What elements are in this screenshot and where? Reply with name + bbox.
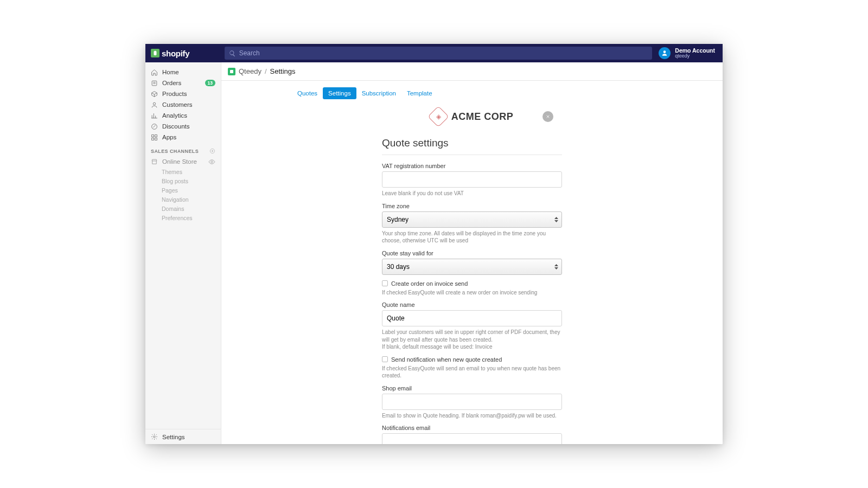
vat-input[interactable]	[382, 171, 562, 188]
nav-navigation[interactable]: Navigation	[145, 195, 221, 204]
valid-value: 30 days	[387, 263, 410, 271]
nav-themes[interactable]: Themes	[145, 167, 221, 176]
valid-select[interactable]: 30 days	[382, 259, 562, 275]
select-arrows-icon	[554, 264, 558, 269]
form-title: Quote settings	[382, 137, 562, 149]
tab-template[interactable]: Template	[401, 87, 438, 99]
tabs: Quotes Settings Subscription Template	[221, 81, 723, 107]
search-input[interactable]	[239, 49, 648, 57]
apps-icon	[151, 134, 158, 141]
svg-rect-6	[155, 138, 157, 140]
nav-settings[interactable]: Settings	[145, 429, 221, 444]
vat-label: VAT registration number	[382, 163, 562, 169]
nav-domains[interactable]: Domains	[145, 204, 221, 213]
customers-icon	[151, 101, 158, 108]
svg-point-9	[154, 436, 155, 438]
search-bar[interactable]	[225, 47, 652, 60]
valid-label: Quote stay valid for	[382, 250, 562, 256]
breadcrumb-app[interactable]: Qteedy	[239, 67, 261, 75]
nav-blog-posts[interactable]: Blog posts	[145, 176, 221, 185]
sidebar: Home Orders 13 Products Customers	[145, 62, 221, 444]
brand-text: shopify	[162, 49, 189, 58]
divider	[382, 155, 562, 155]
nav-label: Analytics	[162, 112, 187, 119]
analytics-icon	[151, 112, 158, 119]
main: Qteedy / Settings Quotes Settings Subscr…	[221, 62, 723, 444]
user-text: Demo Account qteedy	[675, 48, 715, 59]
nav-orders[interactable]: Orders 13	[145, 78, 221, 88]
timezone-label: Time zone	[382, 203, 562, 209]
shop-email-input[interactable]	[382, 394, 562, 410]
nav-products[interactable]: Products	[145, 88, 221, 99]
create-order-label: Create order on invoice send	[391, 280, 468, 287]
user-block[interactable]: Demo Account qteedy	[659, 47, 717, 59]
gear-icon	[151, 433, 158, 440]
tab-quotes[interactable]: Quotes	[292, 87, 323, 99]
user-name: Demo Account	[675, 48, 715, 54]
notif-email-label: Notifications email	[382, 425, 562, 431]
avatar	[659, 47, 671, 59]
create-order-hint: If checked EasyQuote will create a new o…	[382, 289, 562, 297]
home-icon	[151, 69, 158, 76]
nav-discounts[interactable]: Discounts	[145, 121, 221, 132]
brand-header: ◈ ACME CORP	[221, 107, 723, 137]
create-order-checkbox[interactable]	[382, 280, 388, 286]
brand[interactable]: shopify	[151, 49, 221, 58]
tab-subscription[interactable]: Subscription	[356, 87, 401, 99]
quote-name-hint1: Label your customers will see in upper r…	[382, 329, 562, 343]
nav-label: Online Store	[162, 158, 197, 165]
orders-badge: 13	[205, 80, 215, 86]
nav-customers[interactable]: Customers	[145, 99, 221, 110]
quote-name-input[interactable]	[382, 310, 562, 326]
notify-hint: If checked EasyQuote will send an email …	[382, 365, 562, 380]
shop-email-label: Shop email	[382, 385, 562, 391]
svg-rect-3	[152, 134, 154, 137]
quote-settings-form: Quote settings VAT registration number L…	[382, 137, 562, 444]
select-arrows-icon	[554, 216, 558, 222]
breadcrumb-current: Settings	[270, 67, 296, 75]
close-button[interactable]	[542, 111, 553, 122]
acme-name: ACME CORP	[451, 111, 514, 123]
quote-name-label: Quote name	[382, 301, 562, 308]
discounts-icon	[151, 123, 158, 130]
store-icon	[151, 158, 158, 165]
breadcrumb-sep: /	[265, 67, 267, 75]
breadcrumb: Qteedy / Settings	[221, 62, 723, 81]
svg-point-1	[153, 102, 155, 105]
nav-home[interactable]: Home	[145, 67, 221, 78]
nav-preferences[interactable]: Preferences	[145, 213, 221, 222]
tab-settings[interactable]: Settings	[323, 87, 356, 99]
search-icon	[229, 50, 236, 57]
svg-point-8	[211, 160, 213, 162]
close-icon	[546, 114, 550, 119]
timezone-hint: Your shop time zone. All dates will be d…	[382, 230, 562, 245]
svg-rect-4	[155, 134, 157, 137]
notify-label: Send notification when new quote created	[391, 356, 502, 363]
products-icon	[151, 91, 158, 98]
notif-email-input[interactable]	[382, 433, 562, 444]
nav-pages[interactable]: Pages	[145, 185, 221, 195]
nav-label: Home	[162, 69, 179, 75]
user-sub: qteedy	[675, 54, 715, 59]
settings-label: Settings	[162, 434, 185, 440]
quote-name-hint2: If blank, default message will be used: …	[382, 343, 562, 351]
nav-label: Apps	[162, 134, 176, 140]
notify-checkbox[interactable]	[382, 356, 388, 362]
eye-icon[interactable]	[208, 158, 215, 165]
nav-online-store[interactable]: Online Store	[145, 156, 221, 167]
shop-email-hint: Email to show in Quote heading. If blank…	[382, 412, 562, 420]
sales-channels-label: SALES CHANNELS	[145, 143, 221, 156]
svg-rect-0	[152, 81, 157, 86]
timezone-value: Sydney	[387, 216, 409, 223]
app-icon	[228, 68, 235, 75]
nav-label: Orders	[162, 80, 181, 86]
timezone-select[interactable]: Sydney	[382, 211, 562, 228]
nav-label: Products	[162, 91, 187, 97]
vat-hint: Leave blank if you do not use VAT	[382, 190, 562, 197]
orders-icon	[151, 80, 158, 87]
nav-apps[interactable]: Apps	[145, 132, 221, 143]
shopify-icon	[151, 49, 159, 57]
svg-rect-5	[152, 138, 154, 140]
nav-analytics[interactable]: Analytics	[145, 110, 221, 121]
add-channel-icon[interactable]	[209, 148, 215, 154]
